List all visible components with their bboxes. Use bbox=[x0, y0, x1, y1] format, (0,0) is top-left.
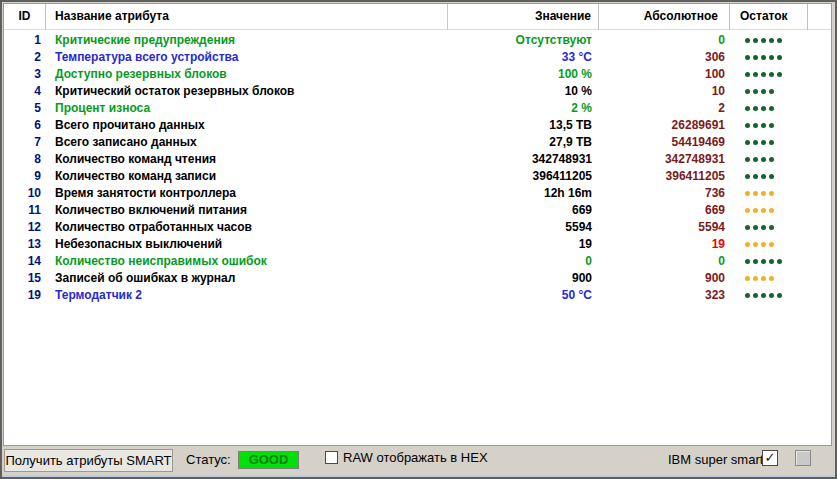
remainder-dot bbox=[745, 276, 750, 281]
remainder-dot bbox=[753, 89, 758, 94]
raw-hex-option[interactable]: RAW отображать в HEX bbox=[325, 450, 488, 465]
row-attribute-name: Всего записано данных bbox=[46, 134, 447, 151]
row-value: 100 % bbox=[447, 66, 599, 83]
table-row[interactable]: 15Записей об ошибках в журнал900900 bbox=[4, 270, 831, 287]
table-row[interactable]: 3Доступно резервных блоков100 %100 bbox=[4, 66, 831, 83]
row-absolute: 900 bbox=[599, 270, 730, 287]
table-row[interactable]: 5Процент износа2 %2 bbox=[4, 100, 831, 117]
remainder-dot bbox=[761, 208, 766, 213]
remainder-dot bbox=[753, 72, 758, 77]
remainder-dot bbox=[753, 242, 758, 247]
row-id: 2 bbox=[4, 49, 46, 66]
row-id: 7 bbox=[4, 134, 46, 151]
row-remainder-dots bbox=[730, 49, 808, 66]
remainder-dot bbox=[745, 123, 750, 128]
smart-attributes-table: ID Название атрибута Значение Абсолютное… bbox=[3, 3, 832, 446]
row-absolute: 736 bbox=[599, 185, 730, 202]
row-absolute: 0 bbox=[599, 253, 730, 270]
raw-hex-label: RAW отображать в HEX bbox=[343, 450, 488, 465]
remainder-dot bbox=[753, 123, 758, 128]
row-attribute-name: Время занятости контроллера bbox=[46, 185, 447, 202]
table-row[interactable]: 19Термодатчик 250 °C323 bbox=[4, 287, 831, 304]
footer-toolbar: Получить атрибуты SMART Статус: GOOD RAW… bbox=[2, 446, 835, 475]
row-absolute: 19 bbox=[599, 236, 730, 253]
row-attribute-name: Критический остаток резервных блоков bbox=[46, 83, 447, 100]
table-row[interactable]: 11Количество включений питания669669 bbox=[4, 202, 831, 219]
remainder-dot bbox=[769, 225, 774, 230]
remainder-dot bbox=[769, 293, 774, 298]
row-absolute: 306 bbox=[599, 49, 730, 66]
remainder-dot bbox=[769, 191, 774, 196]
ibm-super-smart-checkbox[interactable]: ✓ bbox=[762, 450, 778, 466]
row-id: 12 bbox=[4, 219, 46, 236]
table-row[interactable]: 9Количество команд записи396411205396411… bbox=[4, 168, 831, 185]
row-value: 27,9 TB bbox=[447, 134, 599, 151]
row-value: Отсутствуют bbox=[447, 32, 599, 49]
header-filler bbox=[808, 4, 831, 30]
row-value: 900 bbox=[447, 270, 599, 287]
get-smart-attributes-button[interactable]: Получить атрибуты SMART bbox=[4, 449, 173, 472]
row-absolute: 100 bbox=[599, 66, 730, 83]
row-id: 14 bbox=[4, 253, 46, 270]
header-id[interactable]: ID bbox=[4, 4, 46, 30]
table-row[interactable]: 14Количество неисправимых ошибок00 bbox=[4, 253, 831, 270]
remainder-dot bbox=[769, 276, 774, 281]
remainder-dot bbox=[761, 259, 766, 264]
row-attribute-name: Критические предупреждения bbox=[46, 32, 447, 49]
remainder-dot bbox=[761, 72, 766, 77]
table-row[interactable]: 1Критические предупрежденияОтсутствуют0 bbox=[4, 32, 831, 49]
row-remainder-dots bbox=[730, 270, 808, 287]
remainder-dot bbox=[745, 174, 750, 179]
table-row[interactable]: 7Всего записано данных27,9 TB54419469 bbox=[4, 134, 831, 151]
remainder-dot bbox=[745, 225, 750, 230]
table-row[interactable]: 4Критический остаток резервных блоков10 … bbox=[4, 83, 831, 100]
row-id: 5 bbox=[4, 100, 46, 117]
header-value[interactable]: Значение bbox=[447, 4, 599, 30]
row-id: 4 bbox=[4, 83, 46, 100]
table-row[interactable]: 12Количество отработанных часов55945594 bbox=[4, 219, 831, 236]
raw-hex-checkbox[interactable] bbox=[325, 451, 338, 464]
row-id: 8 bbox=[4, 151, 46, 168]
remainder-dot bbox=[753, 106, 758, 111]
row-id: 10 bbox=[4, 185, 46, 202]
table-row[interactable]: 13Небезопасных выключений1919 bbox=[4, 236, 831, 253]
row-remainder-dots bbox=[730, 32, 808, 49]
disabled-checkbox[interactable] bbox=[795, 450, 811, 466]
remainder-dot bbox=[777, 72, 782, 77]
remainder-dot bbox=[761, 276, 766, 281]
remainder-dot bbox=[769, 38, 774, 43]
remainder-dot bbox=[777, 259, 782, 264]
status-badge: GOOD bbox=[238, 451, 299, 469]
table-row[interactable]: 8Количество команд чтения342748931342748… bbox=[4, 151, 831, 168]
row-attribute-name: Небезопасных выключений bbox=[46, 236, 447, 253]
row-absolute: 669 bbox=[599, 202, 730, 219]
remainder-dot bbox=[745, 106, 750, 111]
remainder-dot bbox=[769, 140, 774, 145]
row-id: 3 bbox=[4, 66, 46, 83]
header-remainder[interactable]: Остаток bbox=[730, 4, 808, 30]
table-row[interactable]: 2Температура всего устройства33 °C306 bbox=[4, 49, 831, 66]
remainder-dot bbox=[777, 38, 782, 43]
header-absolute[interactable]: Абсолютное bbox=[599, 4, 730, 30]
remainder-dot bbox=[769, 72, 774, 77]
row-id: 19 bbox=[4, 287, 46, 304]
remainder-dot bbox=[769, 157, 774, 162]
remainder-dot bbox=[769, 242, 774, 247]
header-name[interactable]: Название атрибута bbox=[46, 4, 447, 30]
remainder-dot bbox=[745, 191, 750, 196]
remainder-dot bbox=[769, 208, 774, 213]
table-row[interactable]: 6Всего прочитано данных13,5 TB26289691 bbox=[4, 117, 831, 134]
row-attribute-name: Количество неисправимых ошибок bbox=[46, 253, 447, 270]
remainder-dot bbox=[769, 259, 774, 264]
row-id: 15 bbox=[4, 270, 46, 287]
remainder-dot bbox=[753, 38, 758, 43]
row-remainder-dots bbox=[730, 253, 808, 270]
window-bottom-edge bbox=[2, 475, 835, 477]
row-remainder-dots bbox=[730, 236, 808, 253]
remainder-dot bbox=[753, 293, 758, 298]
row-remainder-dots bbox=[730, 100, 808, 117]
row-absolute: 10 bbox=[599, 83, 730, 100]
table-row[interactable]: 10Время занятости контроллера12h 16m736 bbox=[4, 185, 831, 202]
status-label: Статус: bbox=[186, 452, 231, 467]
row-absolute: 323 bbox=[599, 287, 730, 304]
